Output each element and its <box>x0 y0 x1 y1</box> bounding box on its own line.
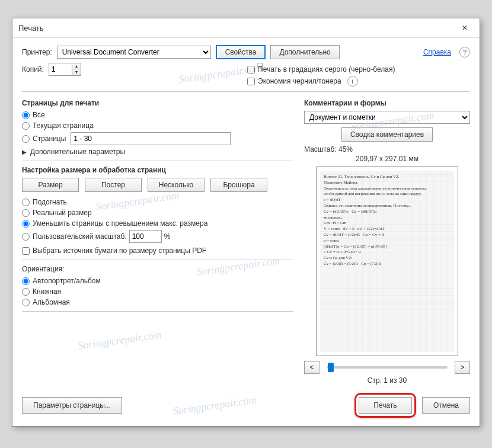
radio-pages-label: Страницы <box>33 135 66 143</box>
dimensions-label: 209,97 x 297,01 мм <box>304 155 470 163</box>
paper-source-label: Выбрать источник бумаги по размеру стран… <box>33 247 206 255</box>
orientation-label: Ориентация: <box>22 265 293 273</box>
print-button[interactable]: Печать <box>359 397 412 414</box>
printer-label: Принтер: <box>22 48 52 56</box>
help-icon[interactable]: ? <box>459 47 470 57</box>
summary-button[interactable]: Сводка комментариев <box>341 127 433 142</box>
printer-select[interactable]: Universal Document Converter <box>57 46 211 59</box>
close-button[interactable]: ✕ <box>456 22 474 34</box>
page-indicator: Стр. 1 из 30 <box>304 376 470 385</box>
radio-fit[interactable] <box>22 199 30 206</box>
triangle-right-icon: ▶ <box>22 149 27 155</box>
preview-page: Вопрос 21. Теплоемкость. Cv и Cp для V2.… <box>320 171 454 352</box>
size-button[interactable]: Размер <box>22 178 79 192</box>
radio-fit-label: Подогнать <box>33 198 67 206</box>
slider-thumb[interactable] <box>328 363 334 372</box>
radio-shrink[interactable] <box>22 220 30 228</box>
comments-header: Комментарии и формы <box>304 99 470 107</box>
print-button-highlight: Печать <box>354 393 416 418</box>
radio-auto-orient[interactable] <box>22 277 30 285</box>
more-params-expander[interactable]: ▶ Дополнительные параметры <box>22 148 293 156</box>
radio-shrink-label: Уменьшить страницы с превышением макс. р… <box>33 219 207 228</box>
more-params-label: Дополнительные параметры <box>30 148 125 156</box>
grayscale-label: Печать в градациях серого (черно-белая) <box>258 65 395 73</box>
custom-scale-input[interactable] <box>129 230 162 243</box>
copies-input[interactable] <box>49 63 72 76</box>
paper-source-checkbox[interactable] <box>22 247 30 255</box>
percent-label: % <box>164 232 171 241</box>
properties-button[interactable]: Свойства <box>216 45 266 59</box>
dialog-title: Печать <box>18 24 456 33</box>
radio-actual[interactable] <box>22 209 30 217</box>
radio-pages[interactable] <box>22 135 30 143</box>
radio-current[interactable] <box>22 122 30 130</box>
ink-save-label: Экономия чернил/тонера <box>258 77 341 85</box>
radio-portrait-label: Книжная <box>33 287 61 296</box>
chevron-up-icon[interactable]: ▲ <box>72 63 81 69</box>
close-icon: ✕ <box>462 24 468 32</box>
page-setup-button[interactable]: Параметры страницы... <box>22 397 122 414</box>
radio-portrait[interactable] <box>22 288 30 296</box>
pages-header: Страницы для печати <box>22 99 293 107</box>
size-header: Настройка размера и обработка страниц <box>22 166 293 174</box>
multiple-button[interactable]: Несколько <box>148 178 205 192</box>
ink-save-checkbox[interactable] <box>247 78 255 85</box>
next-page-button[interactable]: > <box>455 361 470 374</box>
page-slider[interactable] <box>327 366 448 369</box>
radio-auto-label: Автопортрет/альбом <box>33 277 101 285</box>
radio-all[interactable] <box>22 111 30 119</box>
prev-page-button[interactable]: < <box>304 361 320 374</box>
radio-actual-label: Реальный размер <box>33 209 92 217</box>
radio-custom[interactable] <box>22 233 30 241</box>
chevron-down-icon[interactable]: ▼ <box>72 69 81 75</box>
cancel-button[interactable]: Отмена <box>422 397 470 414</box>
pages-range-input[interactable] <box>71 132 231 145</box>
comments-select[interactable]: Документ и пометки <box>304 111 470 124</box>
copies-spinner[interactable]: ▲ ▼ <box>72 63 81 76</box>
radio-all-label: Все <box>33 111 45 119</box>
poster-button[interactable]: Постер <box>85 178 142 192</box>
booklet-button[interactable]: Брошюра <box>210 178 267 192</box>
copies-label: Копий: <box>22 65 44 73</box>
help-link[interactable]: Справка <box>423 48 451 56</box>
info-icon[interactable]: i <box>347 76 358 87</box>
titlebar: Печать ✕ <box>12 18 480 38</box>
advanced-button[interactable]: Дополнительно <box>270 45 339 59</box>
radio-landscape-label: Альбомная <box>33 298 70 306</box>
grayscale-checkbox[interactable] <box>247 66 255 73</box>
preview-area: Вопрос 21. Теплоемкость. Cv и Cp для V2.… <box>316 167 458 356</box>
radio-landscape[interactable] <box>22 299 30 306</box>
print-dialog: Печать ✕ ☟ Soringpcrepair.com Soringpcre… <box>12 18 480 427</box>
radio-custom-label: Пользовательский масштаб: <box>33 232 127 241</box>
radio-current-label: Текущая страница <box>33 121 94 130</box>
scale-label: Масштаб: 45% <box>304 145 470 153</box>
